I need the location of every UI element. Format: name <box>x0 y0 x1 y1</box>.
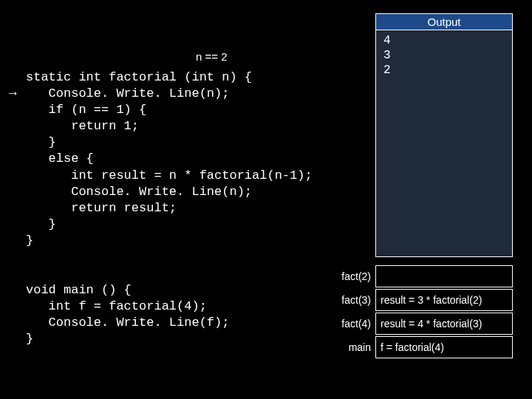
stack-frame: fact(4) result = 4 * factorial(3) <box>327 312 513 335</box>
stack-frame: fact(3) result = 3 * factorial(2) <box>327 288 513 312</box>
execution-arrow-icon: → <box>6 86 19 100</box>
n-annotation: n == 2 <box>196 50 228 63</box>
code-main: void main () { int f = factorial(4); Con… <box>26 282 229 347</box>
output-body: 4 3 2 <box>376 30 512 81</box>
output-panel: Output 4 3 2 <box>375 13 513 257</box>
output-header: Output <box>376 14 512 30</box>
stack-frame-label: fact(4) <box>327 318 375 330</box>
stack-frame-label: fact(2) <box>327 270 375 282</box>
code-factorial: static int factorial (int n) { Console. … <box>26 69 313 249</box>
stack-frame-content: result = 4 * factorial(3) <box>375 313 513 335</box>
stack-frame: fact(2) <box>327 265 513 288</box>
stack-frame-content <box>375 265 513 287</box>
stack-frame-label: fact(3) <box>327 294 375 306</box>
stack-frame: main f = factorial(4) <box>327 335 513 359</box>
stack-frame-content: result = 3 * factorial(2) <box>375 289 513 311</box>
stack-frame-content: f = factorial(4) <box>375 336 513 358</box>
call-stack: fact(2) fact(3) result = 3 * factorial(2… <box>327 265 513 359</box>
stack-frame-label: main <box>327 341 375 353</box>
